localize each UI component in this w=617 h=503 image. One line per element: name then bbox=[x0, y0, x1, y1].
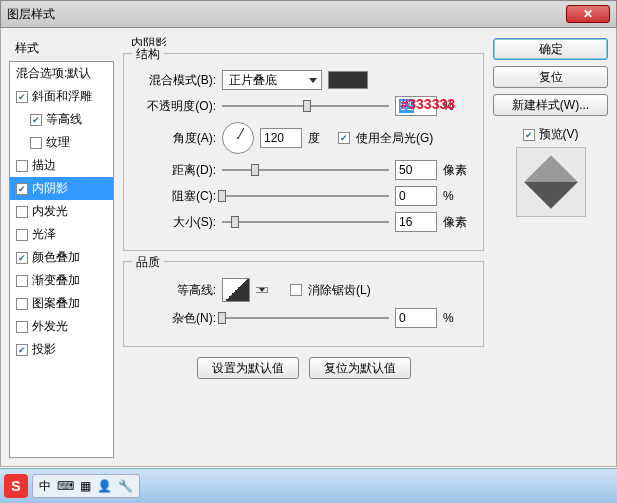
reset-button[interactable]: 复位 bbox=[493, 66, 608, 88]
noise-label: 杂色(N): bbox=[136, 310, 216, 327]
style-list-item[interactable]: 渐变叠加 bbox=[10, 269, 113, 292]
blend-mode-value: 正片叠底 bbox=[229, 72, 277, 89]
color-annotation: #333333 bbox=[400, 96, 455, 112]
angle-unit: 度 bbox=[308, 130, 320, 147]
style-item-label: 渐变叠加 bbox=[32, 272, 80, 289]
new-style-button[interactable]: 新建样式(W)... bbox=[493, 94, 608, 116]
styles-header: 样式 bbox=[9, 36, 114, 61]
grid-icon: ▦ bbox=[80, 479, 91, 493]
style-checkbox[interactable] bbox=[16, 252, 28, 264]
style-item-label: 混合选项:默认 bbox=[16, 65, 91, 82]
size-label: 大小(S): bbox=[136, 214, 216, 231]
style-item-label: 投影 bbox=[32, 341, 56, 358]
preview-label: 预览(V) bbox=[539, 126, 579, 143]
window-title: 图层样式 bbox=[7, 6, 566, 23]
antialias-label: 消除锯齿(L) bbox=[308, 282, 371, 299]
styles-list: 混合选项:默认斜面和浮雕等高线纹理描边内阴影内发光光泽颜色叠加渐变叠加图案叠加外… bbox=[9, 61, 114, 458]
style-checkbox[interactable] bbox=[16, 229, 28, 241]
style-list-item[interactable]: 斜面和浮雕 bbox=[10, 85, 113, 108]
style-list-item[interactable]: 等高线 bbox=[10, 108, 113, 131]
angle-dial[interactable] bbox=[222, 122, 254, 154]
angle-label: 角度(A): bbox=[136, 130, 216, 147]
preview-thumbnail bbox=[516, 147, 586, 217]
size-slider[interactable] bbox=[222, 213, 389, 231]
style-item-label: 内发光 bbox=[32, 203, 68, 220]
reset-default-button[interactable]: 复位为默认值 bbox=[309, 357, 411, 379]
noise-unit: % bbox=[443, 311, 471, 325]
preview-checkbox[interactable] bbox=[523, 129, 535, 141]
close-icon: ✕ bbox=[583, 7, 593, 21]
style-checkbox[interactable] bbox=[16, 344, 28, 356]
style-list-item[interactable]: 颜色叠加 bbox=[10, 246, 113, 269]
style-checkbox[interactable] bbox=[16, 275, 28, 287]
style-list-item[interactable]: 图案叠加 bbox=[10, 292, 113, 315]
style-item-label: 纹理 bbox=[46, 134, 70, 151]
style-list-item[interactable]: 投影 bbox=[10, 338, 113, 361]
style-item-label: 图案叠加 bbox=[32, 295, 80, 312]
contour-dropdown[interactable] bbox=[256, 287, 268, 293]
taskbar: S 中 ⌨ ▦ 👤 🔧 bbox=[0, 468, 617, 503]
style-item-label: 等高线 bbox=[46, 111, 82, 128]
distance-unit: 像素 bbox=[443, 162, 471, 179]
structure-fieldset: 结构 混合模式(B): 正片叠底 不透明度(O): 51 % 角度 bbox=[123, 53, 484, 251]
blend-mode-label: 混合模式(B): bbox=[136, 72, 216, 89]
set-default-button[interactable]: 设置为默认值 bbox=[197, 357, 299, 379]
user-icon: 👤 bbox=[97, 479, 112, 493]
style-checkbox[interactable] bbox=[30, 114, 42, 126]
style-checkbox[interactable] bbox=[16, 183, 28, 195]
style-item-label: 光泽 bbox=[32, 226, 56, 243]
style-checkbox[interactable] bbox=[16, 91, 28, 103]
ime-lang: 中 bbox=[39, 478, 51, 495]
shadow-color-swatch[interactable] bbox=[328, 71, 368, 89]
style-list-item[interactable]: 外发光 bbox=[10, 315, 113, 338]
style-checkbox[interactable] bbox=[16, 160, 28, 172]
style-list-item[interactable]: 混合选项:默认 bbox=[10, 62, 113, 85]
contour-label: 等高线: bbox=[136, 282, 216, 299]
opacity-slider[interactable] bbox=[222, 97, 389, 115]
opacity-label: 不透明度(O): bbox=[136, 98, 216, 115]
size-input[interactable]: 16 bbox=[395, 212, 437, 232]
style-item-label: 颜色叠加 bbox=[32, 249, 80, 266]
choke-slider[interactable] bbox=[222, 187, 389, 205]
quality-legend: 品质 bbox=[132, 254, 164, 271]
preview-shape-icon bbox=[524, 155, 578, 209]
antialias-checkbox[interactable] bbox=[290, 284, 302, 296]
distance-label: 距离(D): bbox=[136, 162, 216, 179]
global-light-checkbox[interactable] bbox=[338, 132, 350, 144]
noise-slider[interactable] bbox=[222, 309, 389, 327]
choke-label: 阻塞(C): bbox=[136, 188, 216, 205]
style-checkbox[interactable] bbox=[16, 206, 28, 218]
style-checkbox[interactable] bbox=[16, 298, 28, 310]
distance-input[interactable]: 50 bbox=[395, 160, 437, 180]
style-checkbox[interactable] bbox=[16, 321, 28, 333]
style-item-label: 斜面和浮雕 bbox=[32, 88, 92, 105]
style-item-label: 描边 bbox=[32, 157, 56, 174]
style-list-item[interactable]: 描边 bbox=[10, 154, 113, 177]
ime-bar[interactable]: 中 ⌨ ▦ 👤 🔧 bbox=[32, 474, 140, 498]
angle-input[interactable]: 120 bbox=[260, 128, 302, 148]
blend-mode-dropdown[interactable]: 正片叠底 bbox=[222, 70, 322, 90]
wrench-icon: 🔧 bbox=[118, 479, 133, 493]
chevron-down-icon bbox=[309, 78, 317, 83]
style-item-label: 外发光 bbox=[32, 318, 68, 335]
style-list-item[interactable]: 内阴影 bbox=[10, 177, 113, 200]
style-item-label: 内阴影 bbox=[32, 180, 68, 197]
style-list-item[interactable]: 纹理 bbox=[10, 131, 113, 154]
choke-unit: % bbox=[443, 189, 471, 203]
style-checkbox[interactable] bbox=[30, 137, 42, 149]
choke-input[interactable]: 0 bbox=[395, 186, 437, 206]
structure-legend: 结构 bbox=[132, 46, 164, 63]
size-unit: 像素 bbox=[443, 214, 471, 231]
close-button[interactable]: ✕ bbox=[566, 5, 610, 23]
noise-input[interactable]: 0 bbox=[395, 308, 437, 328]
style-list-item[interactable]: 光泽 bbox=[10, 223, 113, 246]
distance-slider[interactable] bbox=[222, 161, 389, 179]
quality-fieldset: 品质 等高线: 消除锯齿(L) 杂色(N): 0 % bbox=[123, 261, 484, 347]
keyboard-icon: ⌨ bbox=[57, 479, 74, 493]
contour-picker[interactable] bbox=[222, 278, 250, 302]
sogou-ime-icon[interactable]: S bbox=[4, 474, 28, 498]
global-light-label: 使用全局光(G) bbox=[356, 130, 433, 147]
style-list-item[interactable]: 内发光 bbox=[10, 200, 113, 223]
ok-button[interactable]: 确定 bbox=[493, 38, 608, 60]
